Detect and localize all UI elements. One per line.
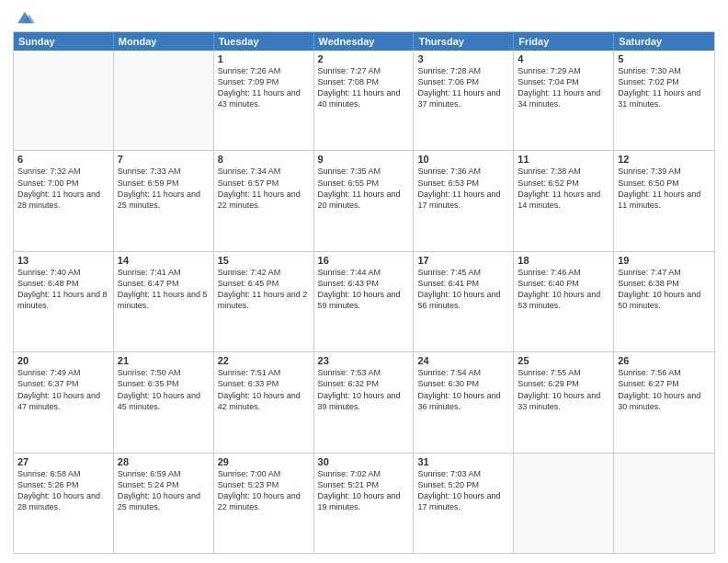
- day-cell-9: 9Sunrise: 7:35 AM Sunset: 6:55 PM Daylig…: [314, 151, 415, 250]
- day-number: 2: [318, 53, 410, 64]
- day-number: 22: [218, 355, 310, 366]
- day-number: 17: [417, 255, 509, 266]
- day-number: 7: [118, 154, 210, 165]
- day-number: 23: [318, 355, 410, 366]
- week-row-5: 27Sunrise: 6:58 AM Sunset: 5:26 PM Dayli…: [14, 453, 714, 553]
- calendar-header: SundayMondayTuesdayWednesdayThursdayFrid…: [14, 32, 714, 51]
- day-header-tuesday: Tuesday: [214, 32, 314, 51]
- day-number: 20: [17, 355, 109, 366]
- day-header-monday: Monday: [114, 32, 214, 51]
- day-info: Sunrise: 7:40 AM Sunset: 6:48 PM Dayligh…: [17, 267, 109, 312]
- header: [13, 9, 715, 26]
- day-cell-16: 16Sunrise: 7:44 AM Sunset: 6:43 PM Dayli…: [314, 252, 415, 351]
- day-number: 29: [218, 456, 310, 467]
- day-cell-28: 28Sunrise: 6:59 AM Sunset: 5:24 PM Dayli…: [114, 454, 214, 553]
- day-info: Sunrise: 7:33 AM Sunset: 6:59 PM Dayligh…: [118, 166, 210, 211]
- day-header-saturday: Saturday: [614, 32, 714, 51]
- day-cell-17: 17Sunrise: 7:45 AM Sunset: 6:41 PM Dayli…: [414, 252, 514, 351]
- day-number: 18: [518, 255, 609, 266]
- day-number: 9: [318, 154, 410, 165]
- day-info: Sunrise: 7:55 AM Sunset: 6:29 PM Dayligh…: [518, 367, 609, 412]
- logo: [13, 9, 35, 26]
- day-header-wednesday: Wednesday: [314, 32, 415, 51]
- day-number: 19: [618, 255, 711, 266]
- calendar-body: 1Sunrise: 7:26 AM Sunset: 7:09 PM Daylig…: [14, 51, 714, 553]
- day-cell-5: 5Sunrise: 7:30 AM Sunset: 7:02 PM Daylig…: [614, 51, 714, 150]
- day-number: 27: [17, 456, 109, 467]
- day-cell-4: 4Sunrise: 7:29 AM Sunset: 7:04 PM Daylig…: [514, 51, 614, 150]
- day-header-friday: Friday: [514, 32, 614, 51]
- day-cell-19: 19Sunrise: 7:47 AM Sunset: 6:38 PM Dayli…: [614, 252, 714, 351]
- day-info: Sunrise: 6:59 AM Sunset: 5:24 PM Dayligh…: [118, 468, 210, 513]
- day-number: 15: [218, 255, 310, 266]
- day-info: Sunrise: 7:44 AM Sunset: 6:43 PM Dayligh…: [318, 267, 410, 312]
- day-cell-29: 29Sunrise: 7:00 AM Sunset: 5:23 PM Dayli…: [214, 454, 314, 553]
- calendar: SundayMondayTuesdayWednesdayThursdayFrid…: [13, 31, 715, 554]
- day-number: 28: [118, 456, 210, 467]
- logo-icon: [15, 9, 35, 26]
- day-info: Sunrise: 7:46 AM Sunset: 6:40 PM Dayligh…: [518, 267, 609, 312]
- day-number: 3: [417, 53, 509, 64]
- empty-cell: [614, 454, 714, 553]
- day-number: 31: [417, 456, 509, 467]
- day-info: Sunrise: 7:36 AM Sunset: 6:53 PM Dayligh…: [417, 166, 509, 211]
- day-info: Sunrise: 7:54 AM Sunset: 6:30 PM Dayligh…: [417, 367, 509, 412]
- day-info: Sunrise: 7:00 AM Sunset: 5:23 PM Dayligh…: [218, 468, 310, 513]
- day-info: Sunrise: 7:34 AM Sunset: 6:57 PM Dayligh…: [218, 166, 310, 211]
- day-number: 4: [518, 53, 609, 64]
- day-number: 25: [518, 355, 609, 366]
- day-number: 21: [118, 355, 210, 366]
- day-cell-23: 23Sunrise: 7:53 AM Sunset: 6:32 PM Dayli…: [314, 352, 415, 452]
- day-info: Sunrise: 7:03 AM Sunset: 5:20 PM Dayligh…: [417, 468, 509, 513]
- day-cell-2: 2Sunrise: 7:27 AM Sunset: 7:08 PM Daylig…: [314, 51, 415, 150]
- day-info: Sunrise: 7:50 AM Sunset: 6:35 PM Dayligh…: [118, 367, 210, 412]
- day-info: Sunrise: 7:39 AM Sunset: 6:50 PM Dayligh…: [618, 166, 711, 211]
- day-info: Sunrise: 7:42 AM Sunset: 6:45 PM Dayligh…: [218, 267, 310, 312]
- week-row-3: 13Sunrise: 7:40 AM Sunset: 6:48 PM Dayli…: [14, 251, 714, 351]
- day-cell-25: 25Sunrise: 7:55 AM Sunset: 6:29 PM Dayli…: [514, 352, 614, 452]
- page: SundayMondayTuesdayWednesdayThursdayFrid…: [0, 0, 728, 563]
- day-info: Sunrise: 7:27 AM Sunset: 7:08 PM Dayligh…: [318, 65, 410, 110]
- day-cell-12: 12Sunrise: 7:39 AM Sunset: 6:50 PM Dayli…: [614, 151, 714, 250]
- day-info: Sunrise: 7:49 AM Sunset: 6:37 PM Dayligh…: [17, 367, 109, 412]
- day-cell-11: 11Sunrise: 7:38 AM Sunset: 6:52 PM Dayli…: [514, 151, 614, 250]
- day-cell-26: 26Sunrise: 7:56 AM Sunset: 6:27 PM Dayli…: [614, 352, 714, 452]
- day-info: Sunrise: 7:29 AM Sunset: 7:04 PM Dayligh…: [518, 65, 609, 110]
- day-cell-7: 7Sunrise: 7:33 AM Sunset: 6:59 PM Daylig…: [114, 151, 214, 250]
- day-number: 11: [518, 154, 609, 165]
- empty-cell: [514, 454, 614, 553]
- day-header-sunday: Sunday: [14, 32, 114, 51]
- day-number: 24: [417, 355, 509, 366]
- day-info: Sunrise: 7:35 AM Sunset: 6:55 PM Dayligh…: [318, 166, 410, 211]
- day-cell-14: 14Sunrise: 7:41 AM Sunset: 6:47 PM Dayli…: [114, 252, 214, 351]
- day-number: 6: [17, 154, 109, 165]
- day-info: Sunrise: 7:38 AM Sunset: 6:52 PM Dayligh…: [518, 166, 609, 211]
- day-info: Sunrise: 7:28 AM Sunset: 7:06 PM Dayligh…: [417, 65, 509, 110]
- day-info: Sunrise: 7:56 AM Sunset: 6:27 PM Dayligh…: [618, 367, 711, 412]
- day-number: 1: [218, 53, 310, 64]
- day-cell-13: 13Sunrise: 7:40 AM Sunset: 6:48 PM Dayli…: [14, 252, 114, 351]
- empty-cell: [114, 51, 214, 150]
- day-cell-10: 10Sunrise: 7:36 AM Sunset: 6:53 PM Dayli…: [414, 151, 514, 250]
- day-cell-30: 30Sunrise: 7:02 AM Sunset: 5:21 PM Dayli…: [314, 454, 415, 553]
- day-info: Sunrise: 7:47 AM Sunset: 6:38 PM Dayligh…: [618, 267, 711, 312]
- day-cell-18: 18Sunrise: 7:46 AM Sunset: 6:40 PM Dayli…: [514, 252, 614, 351]
- day-number: 12: [618, 154, 711, 165]
- day-info: Sunrise: 7:32 AM Sunset: 7:00 PM Dayligh…: [17, 166, 109, 211]
- day-info: Sunrise: 7:26 AM Sunset: 7:09 PM Dayligh…: [218, 65, 310, 110]
- day-info: Sunrise: 7:30 AM Sunset: 7:02 PM Dayligh…: [618, 65, 711, 110]
- day-number: 13: [17, 255, 109, 266]
- day-number: 10: [417, 154, 509, 165]
- day-info: Sunrise: 7:41 AM Sunset: 6:47 PM Dayligh…: [118, 267, 210, 312]
- day-number: 5: [618, 53, 711, 64]
- day-info: Sunrise: 7:53 AM Sunset: 6:32 PM Dayligh…: [318, 367, 410, 412]
- day-info: Sunrise: 7:45 AM Sunset: 6:41 PM Dayligh…: [417, 267, 509, 312]
- day-number: 8: [218, 154, 310, 165]
- day-info: Sunrise: 7:02 AM Sunset: 5:21 PM Dayligh…: [318, 468, 410, 513]
- day-number: 16: [318, 255, 410, 266]
- day-cell-6: 6Sunrise: 7:32 AM Sunset: 7:00 PM Daylig…: [14, 151, 114, 250]
- day-cell-27: 27Sunrise: 6:58 AM Sunset: 5:26 PM Dayli…: [14, 454, 114, 553]
- week-row-4: 20Sunrise: 7:49 AM Sunset: 6:37 PM Dayli…: [14, 351, 714, 452]
- empty-cell: [14, 51, 114, 150]
- day-cell-1: 1Sunrise: 7:26 AM Sunset: 7:09 PM Daylig…: [214, 51, 314, 150]
